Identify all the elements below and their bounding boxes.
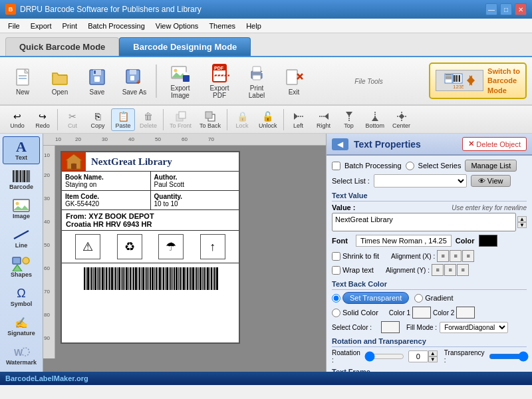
- text-tool-label: Text: [15, 154, 27, 161]
- paste-button[interactable]: 📋 Paste: [111, 108, 135, 131]
- toback-label: To Back: [200, 122, 221, 129]
- tool-text[interactable]: A Text: [3, 136, 40, 164]
- toolbar-export-image[interactable]: Export Image: [161, 60, 200, 102]
- canvas-inner[interactable]: NextGreat Library Book Name. Staying on …: [55, 146, 326, 358]
- menu-file[interactable]: File: [3, 21, 25, 31]
- menu-help[interactable]: Help: [241, 21, 267, 31]
- tool-barcode[interactable]: Barcode: [3, 166, 40, 194]
- transparency-slider[interactable]: [489, 351, 529, 362]
- center-label: Center: [392, 122, 410, 129]
- tool-shapes[interactable]: Shapes: [3, 253, 40, 281]
- text-value-up[interactable]: ▲: [517, 216, 527, 222]
- text-value-input[interactable]: [332, 213, 516, 231]
- solid-color-radio[interactable]: [332, 309, 340, 317]
- tool-symbol[interactable]: Ω Symbol: [3, 283, 40, 311]
- bottom-button[interactable]: Bottom: [362, 108, 388, 131]
- right-label: Right: [317, 122, 331, 129]
- select-list-dropdown[interactable]: [374, 174, 467, 188]
- top-label: Top: [344, 122, 354, 129]
- tool-image[interactable]: Image: [3, 195, 40, 223]
- center-button[interactable]: Center: [389, 108, 414, 131]
- tool-watermark[interactable]: W Watermark: [3, 341, 40, 369]
- tab-barcode-designing[interactable]: Barcode Designing Mode: [119, 37, 251, 56]
- svg-rect-87: [102, 267, 104, 290]
- svg-point-14: [174, 69, 178, 72]
- menu-view[interactable]: View Options: [150, 21, 204, 31]
- lock-button[interactable]: 🔒 Lock: [230, 108, 254, 131]
- select-series-radio[interactable]: [406, 162, 414, 170]
- bottom-bar-text: BarcodeLabelMaker.org: [5, 374, 88, 382]
- shrink-to-fit-checkbox[interactable]: [332, 252, 340, 261]
- svg-rect-34: [454, 75, 455, 82]
- toolbar-export-pdf[interactable]: PDF▰▰▰▰▰ Export PDF: [202, 60, 237, 102]
- align-y-bottom[interactable]: ≡: [457, 264, 469, 276]
- right-button[interactable]: Right: [312, 108, 336, 131]
- delete-icon: 🗑: [144, 110, 153, 122]
- text-value-down[interactable]: ▼: [517, 222, 527, 228]
- rotation-down[interactable]: ▼: [428, 356, 438, 362]
- rotation-up[interactable]: ▲: [428, 350, 438, 356]
- minimize-button[interactable]: —: [485, 3, 497, 15]
- svg-rect-109: [142, 267, 144, 290]
- print-icon: [246, 63, 267, 84]
- copy-button[interactable]: ⎘ Copy: [86, 108, 110, 131]
- rotation-input[interactable]: [408, 350, 428, 362]
- switch-barcode-mode-button[interactable]: 123567 Switch toBarcodeMode: [429, 63, 527, 99]
- undo-button[interactable]: ↩ Undo: [5, 108, 29, 131]
- align-x-center[interactable]: ≡: [450, 250, 462, 262]
- top-button[interactable]: Top: [337, 108, 361, 131]
- wrap-text-checkbox[interactable]: [332, 266, 340, 275]
- color-swatch[interactable]: [479, 235, 497, 247]
- bottom-label: Bottom: [366, 122, 385, 129]
- tool-signature[interactable]: ✍ Signature: [3, 312, 40, 340]
- svg-marker-48: [325, 113, 329, 120]
- unlock-button[interactable]: 🔓 Unlock: [255, 108, 281, 131]
- menu-export[interactable]: Export: [25, 21, 57, 31]
- window-controls: — □ ✕: [485, 3, 527, 15]
- toback-button[interactable]: To Back: [196, 108, 224, 131]
- toolbar-saveas[interactable]: + Save As: [117, 64, 152, 98]
- delete-object-button[interactable]: ✕ Delete Object: [462, 137, 527, 151]
- svg-rect-91: [109, 267, 110, 290]
- props-back-button[interactable]: ◀: [332, 138, 348, 150]
- tool-line[interactable]: Line: [3, 224, 40, 252]
- fill-mode-select[interactable]: ForwardDiagonal: [440, 322, 508, 333]
- align-x-left[interactable]: ≡: [437, 250, 449, 262]
- redo-label: Redo: [35, 122, 50, 129]
- delete-button[interactable]: 🗑 Delete: [136, 108, 160, 131]
- tab-quick-barcode[interactable]: Quick Barcode Mode: [5, 37, 119, 56]
- redo-button[interactable]: ↪ Redo: [31, 108, 55, 131]
- toolbar-save[interactable]: Save: [80, 64, 114, 98]
- align-x-label: Alignment (X) :: [391, 253, 435, 260]
- align-y-middle[interactable]: ≡: [444, 264, 456, 276]
- left-button[interactable]: Left: [287, 108, 311, 131]
- select-color-swatch[interactable]: [381, 321, 400, 333]
- svg-rect-103: [132, 267, 132, 290]
- set-transparent-radio[interactable]: [332, 294, 340, 303]
- align-y-top[interactable]: ≡: [432, 264, 444, 276]
- color2-swatch[interactable]: [456, 307, 475, 319]
- cut-button[interactable]: ✂ Cut: [61, 108, 84, 131]
- batch-processing-checkbox[interactable]: [332, 162, 340, 170]
- props-title: Text Properties: [354, 139, 457, 150]
- menu-themes[interactable]: Themes: [203, 21, 241, 31]
- toolbar-open[interactable]: Open: [43, 64, 77, 98]
- view-button[interactable]: 👁 View: [471, 175, 511, 187]
- tofront-button[interactable]: To Front: [166, 108, 195, 131]
- svg-rect-86: [100, 267, 101, 290]
- color1-swatch[interactable]: [412, 307, 431, 319]
- menu-print[interactable]: Print: [57, 21, 83, 31]
- menu-batch[interactable]: Batch Processing: [82, 21, 150, 31]
- toolbar-print[interactable]: Print Label: [239, 60, 274, 102]
- toolbar-exit[interactable]: Exit: [277, 64, 311, 98]
- maximize-button[interactable]: □: [500, 3, 512, 15]
- align-x-right[interactable]: ≡: [462, 250, 474, 262]
- gradient-radio[interactable]: [414, 294, 423, 303]
- close-button[interactable]: ✕: [515, 3, 527, 15]
- manage-list-button[interactable]: Manage List: [465, 160, 517, 172]
- rotation-slider[interactable]: [364, 351, 404, 362]
- toolbar-new[interactable]: New: [5, 64, 40, 98]
- delete-label: Delete: [140, 122, 157, 129]
- set-transparent-btn[interactable]: Set Transparent: [342, 292, 409, 304]
- font-value[interactable]: Times New Roman , 14.25: [356, 235, 452, 247]
